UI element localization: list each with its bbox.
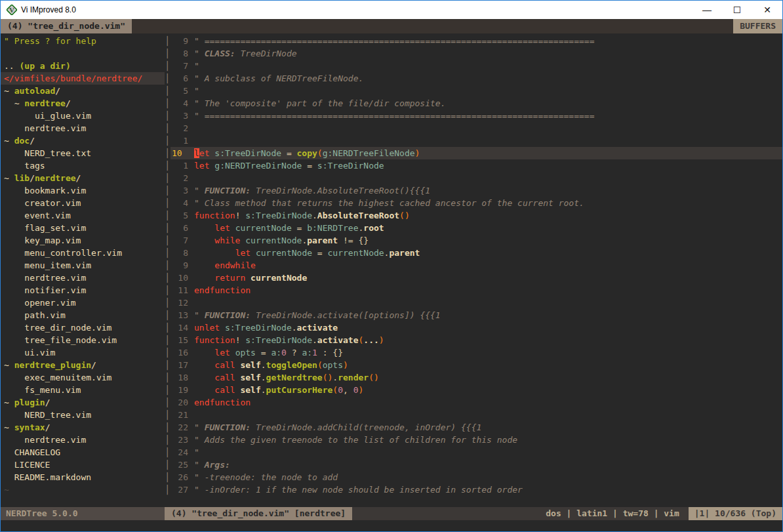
code-line[interactable]: 6" A subclass of NERDTreeFileNode. [171,72,782,85]
nerdtree-row[interactable]: NERD_tree.vim [1,409,165,421]
nerdtree-row[interactable]: key_map.vim [1,234,165,247]
syntax-span-fn: copy [297,148,317,158]
code-line[interactable]: 13" FUNCTION: TreeDirNode.activate([opti… [171,309,782,321]
syntax-span-cm: TreeDirNode.addChild(treenode, inOrder) … [251,422,481,432]
code-line[interactable]: 26" -treenode: the node to add [171,471,782,483]
line-number-gap [188,284,194,297]
code-line[interactable]: 22" FUNCTION: TreeDirNode.addChild(treen… [171,421,782,434]
nerdtree-row[interactable]: CHANGELOG [1,446,165,459]
nerdtree-row[interactable]: nerdtree.vim [1,272,165,284]
command-line[interactable] [1,520,782,531]
nerdtree-row[interactable]: .. (up a dir) [1,60,165,72]
code-line[interactable]: 5" [171,85,782,97]
code-line[interactable]: 11endfunction [171,284,782,297]
maximize-button[interactable]: ☐ [722,1,752,19]
code-text: endfunction [194,284,251,297]
code-line[interactable]: 3" FUNCTION: TreeDirNode.AbsoluteTreeRoo… [171,184,782,197]
window-separator[interactable]: │││││││││││││││││││││││││││││││││││││ [165,35,171,507]
nerdtree-row[interactable]: path.vim [1,309,165,321]
code-line[interactable]: 27" -inOrder: 1 if the new node should b… [171,483,782,496]
code-line-cursor[interactable]: 10let s:TreeDirNode = copy(g:NERDTreeFil… [171,147,782,159]
buffer-tab-active[interactable]: (4) "tree_dir_node.vim" [1,19,132,33]
syntax-span-dir: autoload [14,86,56,96]
code-line[interactable]: 18 call self.getNerdtree().render() [171,371,782,384]
line-number: 17 [171,359,188,371]
code-line[interactable]: 3" =====================================… [171,110,782,122]
nerdtree-row[interactable]: README.markdown [1,471,165,483]
code-line[interactable]: 15function! s:TreeDirNode.activate(...) [171,334,782,346]
code-line[interactable]: 9" =====================================… [171,35,782,47]
nerdtree-row[interactable]: ui_glue.vim [1,110,165,122]
code-line[interactable]: 21 [171,409,782,421]
nerdtree-row[interactable]: ~ plugin/ [1,396,165,409]
nerdtree-row[interactable]: nerdtree.vim [1,434,165,446]
code-line[interactable]: 2 [171,122,782,134]
code-line[interactable]: 24" [171,446,782,459]
code-line[interactable]: 7 while currentNode.parent != {} [171,234,782,247]
code-line[interactable]: 7" [171,60,782,72]
close-button[interactable]: ✕ [752,1,782,19]
code-line[interactable]: 17 call self.toggleOpen(opts) [171,359,782,371]
nerdtree-row[interactable]: </vimfiles/bundle/nerdtree/ [1,72,165,85]
nerdtree-row[interactable]: creator.vim [1,197,165,209]
nerdtree-row[interactable]: exec_menuitem.vim [1,371,165,384]
code-line[interactable]: 12 [171,297,782,309]
nerdtree-row[interactable]: notifier.vim [1,284,165,297]
nerdtree-row[interactable]: menu_controller.vim [1,247,165,259]
nerdtree-row[interactable]: ~ nerdtree_plugin/ [1,359,165,371]
statusline: NERDTree 5.0.0 (4) "tree_dir_node.vim" [… [1,507,782,520]
syntax-span-file: CHANGELOG [4,447,60,457]
nerdtree-row[interactable]: opener.vim [1,297,165,309]
code-line[interactable]: 1let g:NERDTreeDirNode = s:TreeDirNode [171,159,782,172]
line-number-gap [188,384,194,396]
nerdtree-row[interactable]: ~ autoload/ [1,85,165,97]
code-line[interactable]: 4" The 'composite' part of the file/dir … [171,97,782,110]
nerdtree-row[interactable]: ~ syntax/ [1,421,165,434]
code-line[interactable]: 19 call self.putCursorHere(0, 0) [171,384,782,396]
nerdtree-row[interactable]: LICENCE [1,459,165,471]
nerdtree-row[interactable]: " Press ? for help [1,35,165,47]
code-line[interactable]: 10 return currentNode [171,272,782,284]
syntax-span-file: ~ [4,98,24,108]
code-line[interactable]: 2 [171,172,782,184]
nerdtree-row[interactable]: ui.vim [1,346,165,359]
line-number-gap [188,297,194,309]
nerdtree-row[interactable]: ~ doc/ [1,134,165,147]
nerdtree-row[interactable]: tree_dir_node.vim [1,321,165,334]
syntax-span-file: ~ [4,173,14,183]
line-number: 1 [171,159,188,172]
syntax-span-file: ~ [4,86,14,96]
nerdtree-row[interactable]: menu_item.vim [1,259,165,272]
code-line[interactable]: 5function! s:TreeDirNode.AbsoluteTreeRoo… [171,209,782,222]
code-text: " ======================================… [194,35,594,47]
nerdtree-row[interactable]: flag_set.vim [1,222,165,234]
syntax-span-fgb: self [240,360,260,370]
syntax-span-fg [251,248,256,258]
syntax-span-kw: call [214,373,235,382]
code-line[interactable]: 8" CLASS: TreeDirNode [171,47,782,60]
syntax-span-fg [194,273,214,283]
code-line[interactable]: 20endfunction [171,396,782,409]
code-line[interactable]: 23" Adds the given treenode to the list … [171,434,782,446]
code-line[interactable]: 8 let currentNode = currentNode.parent [171,247,782,259]
code-line[interactable]: 25" Args: [171,459,782,471]
code-line[interactable]: 6 let currentNode = b:NERDTree.root [171,222,782,234]
minimize-button[interactable]: — [692,1,722,19]
nerdtree-row[interactable]: tags [1,159,165,172]
nerdtree-row[interactable]: tree_file_node.vim [1,334,165,346]
nerdtree-row[interactable]: ~ lib/nerdtree/ [1,172,165,184]
line-number-gap [188,35,194,47]
separator-glyph: │ [165,446,171,459]
nerdtree-row[interactable]: fs_menu.vim [1,384,165,396]
syntax-span-kw: let [214,223,230,233]
nerdtree-row[interactable]: bookmark.vim [1,184,165,197]
code-line[interactable]: 14unlet s:TreeDirNode.activate [171,321,782,334]
nerdtree-row[interactable]: NERD_tree.txt [1,147,165,159]
code-line[interactable]: 4" Class method that returns the highest… [171,197,782,209]
nerdtree-row[interactable]: ~ nerdtree/ [1,97,165,110]
code-line[interactable]: 16 let opts = a:0 ? a:1 : {} [171,346,782,359]
nerdtree-row[interactable]: event.vim [1,209,165,222]
code-line[interactable]: 1 [171,134,782,147]
nerdtree-row[interactable]: nerdtree.vim [1,122,165,134]
code-line[interactable]: 9 endwhile [171,259,782,272]
